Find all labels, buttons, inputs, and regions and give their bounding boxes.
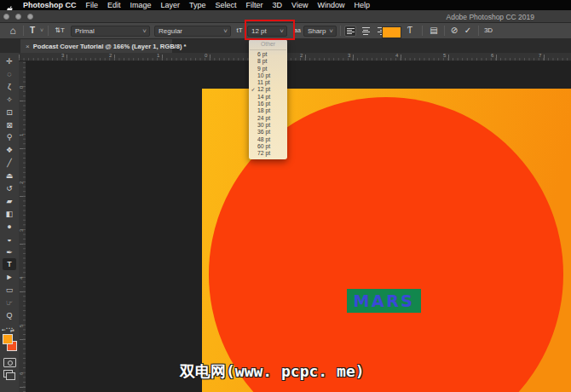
- cancel-edit-icon[interactable]: ⊘: [448, 25, 460, 37]
- default-colors-icon[interactable]: ▪▫: [2, 327, 5, 332]
- path-selection-tool[interactable]: ►: [3, 271, 16, 283]
- quick-mask-icon[interactable]: [3, 358, 16, 367]
- menu-select[interactable]: Select: [216, 0, 237, 10]
- frame-tool[interactable]: ⊠: [3, 119, 16, 131]
- anti-alias-select[interactable]: Sharp ˅: [303, 26, 337, 37]
- checkmark-icon: [249, 66, 257, 72]
- text-orientation-icon[interactable]: ⇅T: [52, 25, 67, 37]
- ruler-h-label: 2: [300, 53, 303, 58]
- text-color-swatch[interactable]: [382, 26, 401, 38]
- move-tool[interactable]: ✛: [3, 55, 16, 67]
- commit-edit-icon[interactable]: ✓: [462, 25, 474, 37]
- tools-panel: » ✛◌ζ✧⊡⊠⚲❖╱⏏↺▰◧●◒✒T►▭☞Q⋯ ▪▫ ⇄: [0, 43, 19, 392]
- 3d-button[interactable]: 3D: [482, 25, 495, 37]
- size-option-10pt[interactable]: 10 pt: [249, 72, 287, 79]
- checkmark-icon: [249, 72, 257, 79]
- size-option-72pt[interactable]: 72 pt: [249, 150, 287, 157]
- home-icon[interactable]: ⌂: [6, 25, 20, 37]
- lasso-tool[interactable]: ζ: [3, 81, 16, 93]
- size-option-label: 10 pt: [257, 72, 270, 79]
- size-option-label: 60 pt: [257, 143, 270, 150]
- brush-tool[interactable]: ╱: [3, 157, 16, 169]
- size-option-60pt[interactable]: 60 pt: [249, 143, 287, 150]
- eraser-tool[interactable]: ▰: [3, 195, 16, 207]
- font-style-value: Regular: [159, 27, 182, 35]
- window-zoom-button[interactable]: [27, 14, 33, 20]
- blur-tool[interactable]: ●: [3, 221, 16, 233]
- menu-type[interactable]: Type: [189, 0, 206, 10]
- pen-tool[interactable]: ✒: [3, 246, 16, 258]
- chevron-down-icon: ˅: [142, 26, 147, 37]
- font-family-select[interactable]: Primal ˅: [71, 26, 150, 37]
- size-option-label: 9 pt: [257, 66, 267, 72]
- size-option-label: 12 pt: [257, 86, 270, 93]
- hand-tool[interactable]: ☞: [3, 297, 16, 308]
- size-option-30pt[interactable]: 30 pt: [249, 122, 287, 129]
- quick-selection-tool[interactable]: ✧: [3, 94, 16, 106]
- window-close-button[interactable]: [3, 14, 9, 20]
- size-option-14pt[interactable]: 14 pt: [249, 94, 287, 101]
- menu-edit[interactable]: Edit: [107, 0, 121, 10]
- type-tool-chevron-icon[interactable]: ˅: [38, 25, 45, 37]
- horizontal-ruler[interactable]: 32101234567: [19, 53, 571, 61]
- swap-colors-icon[interactable]: ⇄: [10, 327, 14, 333]
- menu-filter[interactable]: Filter: [246, 0, 263, 10]
- clone-stamp-tool[interactable]: ⏏: [3, 170, 16, 182]
- zoom-tool[interactable]: Q: [3, 309, 16, 321]
- menu-window[interactable]: Window: [317, 0, 344, 10]
- checkmark-icon: ✓: [249, 86, 257, 93]
- menu-file[interactable]: File: [86, 0, 99, 10]
- menu-help[interactable]: Help: [354, 0, 370, 10]
- size-option-8pt[interactable]: 8 pt: [249, 58, 287, 65]
- size-option-6pt[interactable]: 6 pt: [249, 51, 287, 58]
- size-option-12pt[interactable]: ✓12 pt: [249, 86, 287, 93]
- ruler-v-label: 0: [19, 86, 24, 89]
- eyedropper-tool[interactable]: ⚲: [3, 131, 16, 143]
- shape-tool[interactable]: ▭: [3, 284, 16, 296]
- size-option-other[interactable]: Other: [249, 39, 287, 49]
- marquee-tool[interactable]: ◌: [3, 68, 16, 80]
- window-minimize-button[interactable]: [15, 14, 21, 20]
- size-option-24pt[interactable]: 24 pt: [249, 115, 287, 122]
- document-tab[interactable]: × Podcast Cover Tutorial @ 166% (Layer 1…: [20, 39, 172, 53]
- checkmark-icon: [249, 150, 257, 157]
- canvas-workspace: MARS: [26, 61, 571, 392]
- size-option-11pt[interactable]: 11 pt: [249, 79, 287, 86]
- type-tool-icon[interactable]: T: [26, 25, 38, 37]
- menu-layer[interactable]: Layer: [161, 0, 181, 10]
- checkmark-icon: [249, 115, 257, 122]
- watermark-text: 双电网(www. pcpc. me): [180, 361, 365, 382]
- chevron-down-icon: ˅: [223, 26, 228, 37]
- photoshop-window: Photoshop CCFileEditImageLayerTypeSelect…: [0, 0, 571, 392]
- size-option-label: 72 pt: [257, 150, 270, 157]
- tab-title: Podcast Cover Tutorial @ 166% (Layer 1, …: [33, 43, 187, 50]
- align-left-button[interactable]: [344, 26, 356, 37]
- toggle-panels-icon[interactable]: ▤: [427, 25, 441, 37]
- selected-text-layer[interactable]: MARS: [347, 289, 421, 313]
- healing-brush-tool[interactable]: ❖: [3, 144, 16, 156]
- font-style-select[interactable]: Regular ˅: [154, 26, 231, 37]
- menu-image[interactable]: Image: [130, 0, 152, 10]
- size-option-16pt[interactable]: 16 pt: [249, 101, 287, 107]
- menu-3d[interactable]: 3D: [273, 0, 283, 10]
- size-option-48pt[interactable]: 48 pt: [249, 136, 287, 143]
- dodge-tool[interactable]: ◒: [3, 233, 16, 245]
- menu-photoshop-cc[interactable]: Photoshop CC: [23, 0, 77, 10]
- warp-text-icon[interactable]: Ƭ: [404, 25, 416, 37]
- type-tool[interactable]: T: [3, 258, 16, 270]
- size-option-9pt[interactable]: 9 pt: [249, 66, 287, 72]
- screen-mode-icon[interactable]: [3, 370, 13, 378]
- size-option-label: 30 pt: [257, 122, 270, 129]
- size-option-36pt[interactable]: 36 pt: [249, 129, 287, 135]
- font-family-value: Primal: [75, 27, 95, 35]
- align-center-button[interactable]: [360, 26, 372, 37]
- vertical-ruler[interactable]: 0123456: [19, 53, 26, 392]
- size-option-18pt[interactable]: 18 pt: [249, 107, 287, 114]
- apple-icon[interactable]: [7, 2, 14, 9]
- menu-view[interactable]: View: [291, 0, 308, 10]
- gradient-tool[interactable]: ◧: [3, 208, 16, 220]
- tab-close-icon[interactable]: ×: [26, 43, 30, 50]
- foreground-color-swatch[interactable]: [3, 334, 13, 344]
- history-brush-tool[interactable]: ↺: [3, 182, 16, 194]
- crop-tool[interactable]: ⊡: [3, 107, 16, 118]
